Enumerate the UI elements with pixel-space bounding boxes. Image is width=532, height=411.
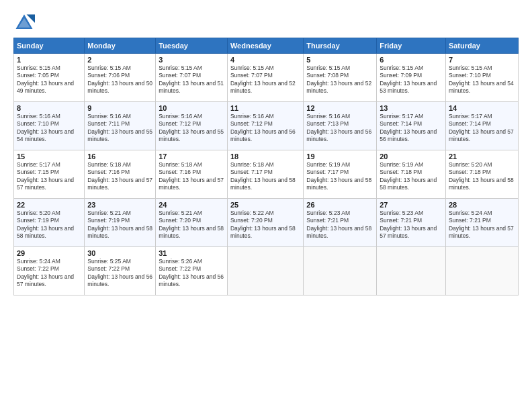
- day-cell: 2 Sunrise: 5:15 AMSunset: 7:06 PMDayligh…: [85, 54, 156, 102]
- day-info: Sunrise: 5:20 AMSunset: 7:19 PMDaylight:…: [17, 210, 81, 240]
- day-info: Sunrise: 5:15 AMSunset: 7:10 PMDaylight:…: [449, 64, 515, 95]
- day-number: 30: [87, 249, 152, 257]
- day-number: 10: [159, 104, 224, 112]
- day-cell: 24 Sunrise: 5:21 AMSunset: 7:20 PMDaylig…: [156, 199, 228, 247]
- day-cell: 3 Sunrise: 5:15 AMSunset: 7:07 PMDayligh…: [156, 54, 228, 102]
- day-info: Sunrise: 5:21 AMSunset: 7:19 PMDaylight:…: [87, 210, 152, 240]
- day-number: 29: [17, 249, 81, 257]
- day-cell: 29 Sunrise: 5:24 AMSunset: 7:22 PMDaylig…: [14, 247, 85, 295]
- week-row-1: 1 Sunrise: 5:15 AMSunset: 7:05 PMDayligh…: [14, 54, 519, 102]
- calendar-table: SundayMondayTuesdayWednesdayThursdayFrid…: [13, 38, 519, 295]
- day-number: 1: [17, 56, 81, 64]
- logo: [13, 12, 38, 34]
- day-info: Sunrise: 5:25 AMSunset: 7:22 PMDaylight:…: [87, 258, 152, 289]
- day-number: 17: [159, 152, 224, 161]
- day-info: Sunrise: 5:22 AMSunset: 7:20 PMDaylight:…: [230, 210, 300, 240]
- day-number: 4: [230, 56, 300, 64]
- day-cell: 16 Sunrise: 5:18 AMSunset: 7:16 PMDaylig…: [85, 150, 156, 199]
- day-cell: 23 Sunrise: 5:21 AMSunset: 7:19 PMDaylig…: [85, 199, 156, 247]
- day-info: Sunrise: 5:17 AMSunset: 7:14 PMDaylight:…: [380, 113, 443, 144]
- day-cell: [227, 247, 303, 295]
- day-number: 3: [159, 56, 224, 64]
- week-row-5: 29 Sunrise: 5:24 AMSunset: 7:22 PMDaylig…: [14, 247, 519, 295]
- day-number: 6: [380, 56, 443, 64]
- day-cell: 31 Sunrise: 5:26 AMSunset: 7:22 PMDaylig…: [156, 247, 228, 295]
- day-cell: 1 Sunrise: 5:15 AMSunset: 7:05 PMDayligh…: [14, 54, 85, 102]
- day-number: 28: [449, 201, 515, 209]
- day-cell: [445, 247, 518, 295]
- day-cell: 5 Sunrise: 5:15 AMSunset: 7:08 PMDayligh…: [304, 54, 377, 102]
- col-header-tuesday: Tuesday: [156, 38, 228, 54]
- col-header-sunday: Sunday: [14, 38, 85, 54]
- day-cell: 22 Sunrise: 5:20 AMSunset: 7:19 PMDaylig…: [14, 199, 85, 247]
- day-number: 16: [87, 152, 152, 161]
- day-info: Sunrise: 5:23 AMSunset: 7:21 PMDaylight:…: [380, 210, 443, 240]
- day-cell: 25 Sunrise: 5:22 AMSunset: 7:20 PMDaylig…: [227, 199, 303, 247]
- day-cell: 12 Sunrise: 5:16 AMSunset: 7:13 PMDaylig…: [304, 102, 377, 150]
- col-header-friday: Friday: [377, 38, 446, 54]
- day-cell: 20 Sunrise: 5:19 AMSunset: 7:18 PMDaylig…: [377, 150, 446, 199]
- day-number: 13: [380, 104, 443, 112]
- day-cell: 30 Sunrise: 5:25 AMSunset: 7:22 PMDaylig…: [85, 247, 156, 295]
- day-info: Sunrise: 5:20 AMSunset: 7:18 PMDaylight:…: [449, 161, 515, 192]
- day-number: 12: [306, 104, 373, 112]
- day-cell: 4 Sunrise: 5:15 AMSunset: 7:07 PMDayligh…: [227, 54, 303, 102]
- day-number: 25: [230, 201, 300, 209]
- day-info: Sunrise: 5:21 AMSunset: 7:20 PMDaylight:…: [159, 210, 224, 240]
- day-info: Sunrise: 5:26 AMSunset: 7:22 PMDaylight:…: [159, 258, 224, 289]
- day-number: 15: [17, 152, 81, 161]
- day-number: 19: [306, 152, 373, 161]
- day-info: Sunrise: 5:23 AMSunset: 7:21 PMDaylight:…: [306, 210, 373, 240]
- col-header-wednesday: Wednesday: [227, 38, 303, 54]
- day-number: 11: [230, 104, 300, 112]
- day-number: 24: [159, 201, 224, 209]
- day-number: 20: [380, 152, 443, 161]
- day-cell: 14 Sunrise: 5:17 AMSunset: 7:14 PMDaylig…: [445, 102, 518, 150]
- day-info: Sunrise: 5:16 AMSunset: 7:11 PMDaylight:…: [87, 113, 152, 144]
- day-cell: 11 Sunrise: 5:16 AMSunset: 7:12 PMDaylig…: [227, 102, 303, 150]
- day-number: 26: [306, 201, 373, 209]
- day-info: Sunrise: 5:15 AMSunset: 7:09 PMDaylight:…: [380, 64, 443, 95]
- header-row: SundayMondayTuesdayWednesdayThursdayFrid…: [14, 38, 519, 54]
- col-header-thursday: Thursday: [304, 38, 377, 54]
- day-cell: 18 Sunrise: 5:18 AMSunset: 7:17 PMDaylig…: [227, 150, 303, 199]
- day-info: Sunrise: 5:18 AMSunset: 7:17 PMDaylight:…: [230, 161, 300, 192]
- col-header-monday: Monday: [85, 38, 156, 54]
- day-cell: 26 Sunrise: 5:23 AMSunset: 7:21 PMDaylig…: [304, 199, 377, 247]
- day-cell: 8 Sunrise: 5:16 AMSunset: 7:10 PMDayligh…: [14, 102, 85, 150]
- day-info: Sunrise: 5:15 AMSunset: 7:07 PMDaylight:…: [230, 64, 300, 95]
- day-cell: 21 Sunrise: 5:20 AMSunset: 7:18 PMDaylig…: [445, 150, 518, 199]
- day-info: Sunrise: 5:18 AMSunset: 7:16 PMDaylight:…: [87, 161, 152, 192]
- day-cell: 13 Sunrise: 5:17 AMSunset: 7:14 PMDaylig…: [377, 102, 446, 150]
- day-info: Sunrise: 5:17 AMSunset: 7:14 PMDaylight:…: [449, 113, 515, 144]
- page-header: [13, 12, 519, 34]
- day-info: Sunrise: 5:16 AMSunset: 7:12 PMDaylight:…: [159, 113, 224, 144]
- day-cell: 17 Sunrise: 5:18 AMSunset: 7:16 PMDaylig…: [156, 150, 228, 199]
- day-cell: [304, 247, 377, 295]
- day-number: 31: [159, 249, 224, 257]
- day-cell: [377, 247, 446, 295]
- day-cell: 6 Sunrise: 5:15 AMSunset: 7:09 PMDayligh…: [377, 54, 446, 102]
- day-cell: 10 Sunrise: 5:16 AMSunset: 7:12 PMDaylig…: [156, 102, 228, 150]
- day-info: Sunrise: 5:19 AMSunset: 7:17 PMDaylight:…: [306, 161, 373, 192]
- day-number: 23: [87, 201, 152, 209]
- day-cell: 9 Sunrise: 5:16 AMSunset: 7:11 PMDayligh…: [85, 102, 156, 150]
- day-number: 27: [380, 201, 443, 209]
- day-number: 18: [230, 152, 300, 161]
- day-number: 22: [17, 201, 81, 209]
- col-header-saturday: Saturday: [445, 38, 518, 54]
- day-info: Sunrise: 5:24 AMSunset: 7:22 PMDaylight:…: [17, 258, 81, 289]
- calendar-page: SundayMondayTuesdayWednesdayThursdayFrid…: [0, 0, 532, 411]
- day-info: Sunrise: 5:19 AMSunset: 7:18 PMDaylight:…: [380, 161, 443, 192]
- day-number: 5: [306, 56, 373, 64]
- day-number: 8: [17, 104, 81, 112]
- week-row-3: 15 Sunrise: 5:17 AMSunset: 7:15 PMDaylig…: [14, 150, 519, 199]
- week-row-2: 8 Sunrise: 5:16 AMSunset: 7:10 PMDayligh…: [14, 102, 519, 150]
- day-cell: 15 Sunrise: 5:17 AMSunset: 7:15 PMDaylig…: [14, 150, 85, 199]
- day-info: Sunrise: 5:16 AMSunset: 7:13 PMDaylight:…: [306, 113, 373, 144]
- day-info: Sunrise: 5:16 AMSunset: 7:12 PMDaylight:…: [230, 113, 300, 144]
- day-number: 14: [449, 104, 515, 112]
- day-info: Sunrise: 5:15 AMSunset: 7:06 PMDaylight:…: [87, 64, 152, 95]
- logo-icon: [13, 12, 35, 34]
- day-info: Sunrise: 5:17 AMSunset: 7:15 PMDaylight:…: [17, 161, 81, 192]
